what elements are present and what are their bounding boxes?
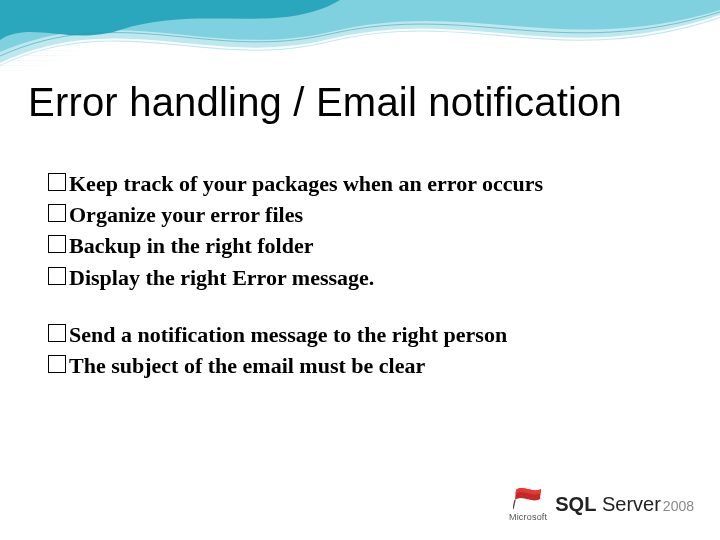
bullet-text: Keep track of your packages when an erro… [69, 168, 680, 199]
slide-body: Keep track of your packages when an erro… [48, 168, 680, 407]
logo-product-suffix: Server [602, 493, 661, 515]
list-item: Display the right Error message. [48, 262, 680, 293]
bullet-text: Backup in the right folder [69, 230, 680, 261]
square-bullet-icon [48, 173, 66, 191]
list-item: The subject of the email must be clear [48, 350, 680, 381]
bullet-text: Send a notification message to the right… [69, 319, 680, 350]
bullet-text: Display the right Error message. [69, 262, 680, 293]
list-item: Organize your error files [48, 199, 680, 230]
product-logo: Microsoft SQL Server2008 [509, 486, 694, 522]
hatch-pattern [0, 28, 170, 76]
bullet-text: The subject of the email must be clear [69, 350, 680, 381]
bullet-group-1: Keep track of your packages when an erro… [48, 168, 680, 293]
slide-title: Error handling / Email notification [28, 80, 622, 124]
square-bullet-icon [48, 355, 66, 373]
square-bullet-icon [48, 204, 66, 222]
logo-year: 2008 [663, 498, 694, 514]
bullet-group-2: Send a notification message to the right… [48, 319, 680, 381]
bullet-text: Organize your error files [69, 199, 680, 230]
list-item: Keep track of your packages when an erro… [48, 168, 680, 199]
list-item: Send a notification message to the right… [48, 319, 680, 350]
logo-product: SQL Server2008 [555, 493, 694, 516]
square-bullet-icon [48, 324, 66, 342]
square-bullet-icon [48, 267, 66, 285]
logo-product-prefix: SQL [555, 493, 596, 515]
logo-vendor: Microsoft [509, 512, 547, 522]
list-item: Backup in the right folder [48, 230, 680, 261]
square-bullet-icon [48, 235, 66, 253]
sqlserver-flag-icon [513, 486, 543, 510]
logo-mark-wrap: Microsoft [509, 486, 547, 522]
